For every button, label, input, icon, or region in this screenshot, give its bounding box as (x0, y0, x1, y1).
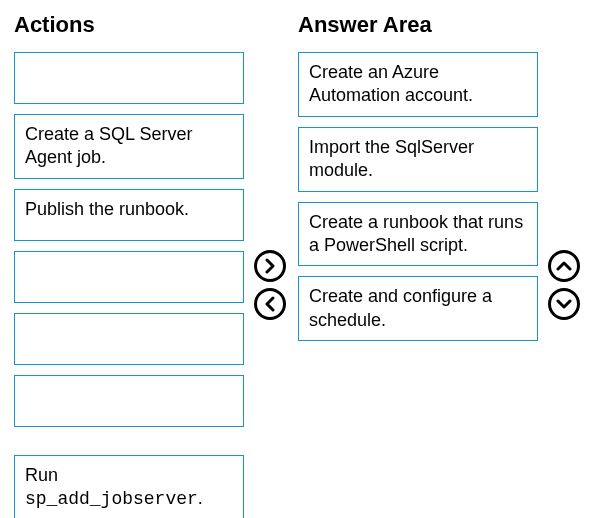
answer-slot[interactable]: Import the SqlServer module. (298, 127, 538, 192)
answer-slot[interactable]: Create an Azure Automation account. (298, 52, 538, 117)
action-slot[interactable] (14, 313, 244, 365)
answer-text: Import the SqlServer module. (309, 136, 527, 183)
chevron-down-icon (556, 296, 572, 312)
move-vertical-controls (548, 250, 580, 320)
answer-column: Answer Area Create an Azure Automation a… (258, 0, 578, 518)
action-slot[interactable]: Run sp_add_jobserver. (14, 455, 244, 518)
answer-text: Create a runbook that runs a PowerShell … (309, 211, 527, 258)
answer-slot[interactable]: Create a runbook that runs a PowerShell … (298, 202, 538, 267)
code-text: sp_add_jobserver (25, 489, 198, 509)
answer-text: Create and configure a schedule. (309, 285, 527, 332)
move-up-button[interactable] (548, 250, 580, 282)
move-down-button[interactable] (548, 288, 580, 320)
action-text: Publish the runbook. (25, 198, 189, 221)
answer-text: Create an Azure Automation account. (309, 61, 527, 108)
drag-drop-exercise: Actions Create a SQL Server Agent job. P… (0, 0, 592, 518)
answer-slot[interactable]: Create and configure a schedule. (298, 276, 538, 341)
action-slot[interactable] (14, 251, 244, 303)
actions-heading: Actions (14, 12, 244, 38)
move-horizontal-controls (254, 250, 286, 320)
action-slot[interactable]: Publish the runbook. (14, 189, 244, 241)
move-right-button[interactable] (254, 250, 286, 282)
actions-column: Actions Create a SQL Server Agent job. P… (0, 0, 258, 518)
chevron-right-icon (262, 258, 278, 274)
chevron-up-icon (556, 258, 572, 274)
action-slot[interactable] (14, 375, 244, 427)
move-left-button[interactable] (254, 288, 286, 320)
answer-heading: Answer Area (298, 12, 538, 38)
action-slot[interactable]: Create a SQL Server Agent job. (14, 114, 244, 179)
chevron-left-icon (262, 296, 278, 312)
action-slot[interactable] (14, 52, 244, 104)
action-text: Create a SQL Server Agent job. (25, 123, 233, 170)
action-text: Run sp_add_jobserver. (25, 464, 233, 512)
